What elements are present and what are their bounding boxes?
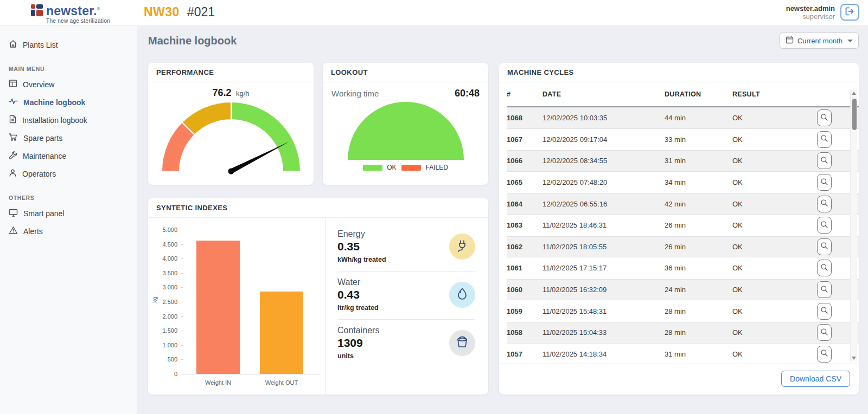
scroll-up-arrow-icon[interactable]: [852, 92, 856, 95]
top-header: newster.® The new age sterilization NW30…: [0, 0, 868, 26]
row-detail-button[interactable]: [817, 303, 832, 320]
stat-unit: ltr/kg treated: [337, 304, 379, 312]
sidebar-item-plants-list[interactable]: Plants List: [0, 36, 137, 54]
table-row: 106812/02/2025 10:03:3544 minOK: [507, 107, 859, 129]
legend-swatch: [363, 165, 382, 171]
magnifier-icon: [820, 285, 828, 295]
cell-duration: 31 min: [665, 157, 732, 165]
person-icon: [9, 169, 17, 179]
table-row: 105811/02/2025 15:04:3328 minOK: [507, 322, 859, 344]
row-detail-button[interactable]: [817, 109, 832, 126]
sidebar-item-spare-parts[interactable]: Spare parts: [0, 129, 137, 147]
cell-date: 11/02/2025 18:46:31: [542, 221, 665, 229]
y-tick-label: 2.000: [152, 313, 177, 320]
stat-unit: units: [337, 352, 379, 360]
row-detail-button[interactable]: [817, 131, 832, 148]
sidebar-item-overview[interactable]: Overview: [0, 75, 137, 93]
cell-duration: 42 min: [665, 200, 732, 208]
cell-duration: 36 min: [665, 264, 732, 272]
cell-date: 11/02/2025 14:18:34: [542, 350, 665, 358]
cell-cycle-number: 1062: [507, 243, 542, 251]
cell-cycle-number: 1063: [507, 221, 542, 229]
table-scrollbar[interactable]: [850, 90, 857, 361]
sidebar-item-machine-logbook[interactable]: Machine logbook: [0, 93, 137, 111]
cell-cycle-number: 1066: [507, 157, 542, 165]
y-tick-label: 2.500: [152, 299, 177, 305]
download-csv-button[interactable]: Download CSV: [781, 371, 850, 387]
sidebar-item-alerts[interactable]: Alerts: [0, 222, 137, 240]
machine-number: #021: [187, 5, 215, 20]
scrollbar-thumb[interactable]: [852, 99, 857, 130]
stat-row-water: Water0.43ltr/kg treated: [337, 271, 475, 319]
sidebar-section-label: OTHERS: [0, 195, 137, 201]
cell-cycle-number: 1067: [507, 135, 542, 144]
cell-duration: 26 min: [665, 243, 732, 251]
user-role: supervisor: [786, 12, 835, 21]
synthetic-indexes-card: SYNTETIC INDEXES kg05001.0001.5002.0002.…: [148, 198, 488, 394]
magnifier-icon: [820, 263, 828, 273]
bucket-icon: [455, 335, 469, 351]
table-row: 106111/02/2025 17:15:1736 minOK: [507, 257, 859, 279]
cell-date: 11/02/2025 18:05:55: [542, 243, 665, 251]
logout-button[interactable]: [840, 4, 859, 21]
stat-row-energy: Energy0.35kWh/kg treated: [337, 223, 475, 271]
calendar-icon: [786, 36, 794, 46]
y-tick-label: 4.000: [152, 255, 177, 262]
machine-identifier: NW30 #021: [144, 5, 215, 20]
sidebar-section-label: MAIN MENU: [0, 66, 137, 72]
performance-value: 76.2: [212, 87, 231, 98]
cell-date: 11/02/2025 16:32:09: [542, 286, 665, 294]
y-tick-label: 5.000: [152, 227, 177, 233]
row-detail-button[interactable]: [817, 260, 832, 276]
sidebar-item-operators[interactable]: Operators: [0, 165, 137, 183]
cell-cycle-number: 1060: [507, 286, 542, 294]
sidebar-item-smart-panel[interactable]: Smart panel: [0, 204, 137, 222]
table-row: 106311/02/2025 18:46:3126 minOK: [507, 215, 859, 236]
user-name: newster.admin: [786, 4, 835, 12]
legend-label: FAILED: [425, 164, 448, 171]
period-filter-button[interactable]: Current month: [780, 33, 859, 49]
row-detail-button[interactable]: [817, 174, 832, 191]
cell-cycle-number: 1059: [507, 307, 542, 315]
row-detail-button[interactable]: [817, 217, 832, 234]
sidebar-item-maintenance[interactable]: Maintenance: [0, 147, 137, 165]
row-detail-button[interactable]: [817, 281, 832, 298]
cell-duration: 28 min: [665, 328, 732, 337]
row-detail-button[interactable]: [817, 196, 832, 212]
lookout-card-title: LOOKOUT: [323, 63, 488, 82]
legend-label: OK: [387, 164, 396, 171]
cell-date: 12/02/2025 07:48:20: [542, 178, 665, 186]
performance-gauge: [148, 100, 314, 176]
scroll-down-arrow-icon[interactable]: [852, 357, 856, 360]
cell-result: OK: [732, 200, 808, 208]
registered-mark: ®: [97, 7, 100, 11]
cell-cycle-number: 1057: [507, 350, 542, 358]
magnifier-icon: [820, 113, 828, 123]
stat-row-containers: Containers1309units: [337, 319, 475, 367]
cell-date: 12/02/2025 10:03:35: [542, 114, 665, 122]
cell-result: OK: [732, 264, 808, 272]
brand-tagline: The new age sterilization: [46, 18, 110, 24]
sidebar-item-label: Plants List: [23, 41, 58, 49]
table-row: 105711/02/2025 14:18:3431 minOK: [507, 344, 859, 364]
stat-label: Water: [337, 277, 379, 287]
sidebar-item-installation-logbook[interactable]: Installation logbook: [0, 111, 137, 129]
cell-result: OK: [732, 307, 808, 315]
table-row: 105911/02/2025 15:48:3128 minOK: [507, 300, 859, 322]
stat-label: Energy: [337, 229, 386, 239]
cell-result: OK: [732, 157, 808, 165]
row-detail-button[interactable]: [817, 324, 832, 341]
table-row: 106712/02/2025 09:17:0433 minOK: [507, 129, 859, 151]
cell-cycle-number: 1068: [507, 114, 542, 122]
stat-value: 1309: [337, 337, 379, 350]
lookout-legend: OKFAILED: [331, 164, 480, 171]
stat-label: Containers: [337, 326, 379, 335]
droplet-icon: [455, 287, 469, 303]
row-detail-button[interactable]: [817, 238, 832, 255]
warning-icon: [9, 226, 18, 236]
cell-date: 11/02/2025 15:04:33: [542, 328, 665, 337]
row-detail-button[interactable]: [817, 346, 832, 363]
table-row: 106512/02/2025 07:48:2034 minOK: [507, 172, 859, 193]
row-detail-button[interactable]: [817, 152, 832, 169]
magnifier-icon: [820, 328, 828, 338]
